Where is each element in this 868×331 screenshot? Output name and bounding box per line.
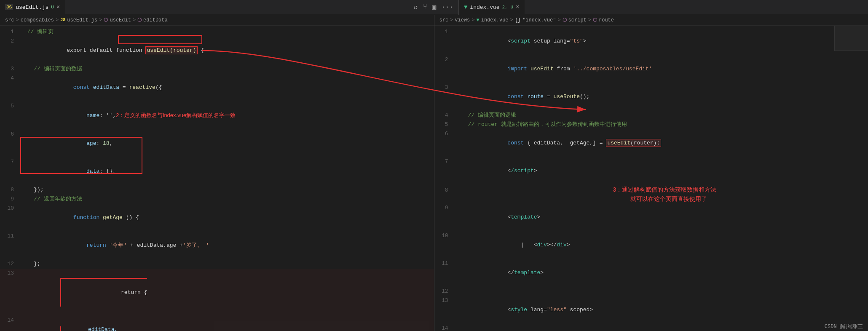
tab-right-indexvue[interactable]: ▼ index.vue 2, U × (459, 0, 525, 15)
bc-curly-r: {} (515, 17, 521, 23)
r-code-line-4: 4 // 编辑页面的逻辑 (434, 111, 868, 120)
bottom-watermark: CSDN @前端张三 (820, 322, 868, 331)
bc-views: views (455, 17, 470, 23)
bc-bracket-icon-r: ⬡ (563, 17, 567, 23)
r-code-line-13: 13 <style lang="less" scoped> (434, 296, 868, 324)
bc-vue-icon-r: ▼ (477, 17, 480, 23)
breadcrumb-right: src > views > ▼ index.vue > {} "index.vu… (434, 15, 868, 26)
branch-icon[interactable]: ⑂ (423, 3, 427, 11)
tab-actions: ↺ ⑂ ▣ ··· (409, 3, 458, 11)
code-line-13: 13 return { (0, 269, 434, 316)
code-line-7: 7 data: {}, (0, 157, 434, 185)
r-code-line-14: 14 </style> (434, 324, 868, 331)
bc-useEdit: useEdit (110, 17, 131, 23)
r-code-line-2: 2 import useEdit from '../composables/us… (434, 55, 868, 83)
r-code-line-8: 8 3：通过解构赋值的方法获取数据和方法 就可以在这个页面直接使用了 (434, 185, 868, 203)
code-line-8: 8 }); (0, 185, 434, 195)
code-line-1: 1 // 编辑页 (0, 27, 434, 37)
annotation3-line2: 就可以在这个页面直接使用了 (616, 194, 707, 203)
bc-route-r: route (599, 17, 614, 23)
bc-composables: composables (21, 17, 54, 23)
code-line-12: 12 }; (0, 259, 434, 269)
tab-right-filename: index.vue (470, 4, 499, 11)
editor-pane-right: src > views > ▼ index.vue > {} "index.vu… (434, 15, 868, 331)
bc-bracket-icon: ⬡ (104, 17, 108, 23)
code-line-14: 14 editData, (0, 316, 434, 331)
code-line-11: 11 return '今年' + editData.age +'岁了。 ' (0, 232, 434, 259)
bc-src: src (5, 17, 14, 23)
r-code-line-9: 9 <template> (434, 203, 868, 231)
annotation3-line1: 3：通过解构赋值的方法获取数据和方法 (606, 185, 716, 194)
layout-icon[interactable]: ▣ (432, 3, 437, 11)
code-line-2: 2 export default function useEdit(router… (0, 37, 434, 64)
r-code-line-11: 11 </template> (434, 259, 868, 287)
tab-left-close[interactable]: × (56, 4, 60, 11)
r-code-line-12: 12 (434, 287, 868, 296)
history-icon[interactable]: ↺ (414, 3, 418, 11)
more-icon[interactable]: ··· (441, 3, 453, 11)
code-area-right[interactable]: 1 <script setup lang="ts"> 2 import useE… (434, 26, 868, 331)
breadcrumb-left: src > composables > JS useEdit.js > ⬡ us… (0, 15, 434, 26)
editor-split: src > composables > JS useEdit.js > ⬡ us… (0, 15, 868, 331)
bc-editData: editData (143, 17, 168, 23)
tab-right-close[interactable]: × (516, 4, 519, 11)
tab-left-useEdit[interactable]: JS useEdit.js U × (0, 0, 65, 15)
tab-left-badge: U (51, 5, 54, 10)
r-code-line-5: 5 // router 就是跳转路由的，可以作为参数传到函数中进行使用 (434, 120, 868, 129)
r-code-line-6: 6 const { editData, getAge,} = useEdit(r… (434, 129, 868, 157)
bc-script-r: script (568, 17, 587, 23)
editor-container: JS useEdit.js U × ↺ ⑂ ▣ ··· ▼ index.vue … (0, 0, 868, 331)
minimap-thumbnail (834, 26, 868, 51)
bc-route-icon-r: ⬡ (593, 17, 597, 23)
r-code-line-7: 7 </script> (434, 157, 868, 185)
annotation2-text: 2：定义的函数名与index.vue解构赋值的名字一致 (116, 112, 236, 118)
tab-right-badge: 2, U (502, 5, 513, 10)
r-code-line-3: 3 const route = useRoute(); (434, 83, 868, 111)
bc-js-icon: JS (60, 18, 65, 22)
code-line-3: 3 // 编辑页面的数据 (0, 64, 434, 74)
r-code-line-1: 1 <script setup lang="ts"> (434, 27, 868, 55)
tab-left-filename: useEdit.js (16, 4, 48, 11)
r-code-line-10: 10 | <div></div> (434, 231, 868, 259)
vue-icon: ▼ (464, 4, 467, 11)
bc-index-vue: index.vue (481, 17, 509, 23)
code-line-10: 10 function getAge () { (0, 204, 434, 232)
bc-useEdit-js: useEdit.js (67, 17, 97, 23)
editor-pane-left: src > composables > JS useEdit.js > ⬡ us… (0, 15, 434, 331)
bc-src-r: src (439, 17, 449, 23)
bc-index-vue-q: "index.vue" (522, 17, 556, 23)
js-icon: JS (5, 4, 13, 10)
code-line-4: 4 const editData = reactive({ (0, 74, 434, 101)
code-line-6: 6 age: 18, (0, 130, 434, 157)
code-line-9: 9 // 返回年龄的方法 (0, 195, 434, 204)
bc-editData-icon: ⬡ (137, 17, 142, 23)
code-line-5: 5 name: '',2：定义的函数名与index.vue解构赋值的名字一致 (0, 101, 434, 130)
code-area-left[interactable]: 1 // 编辑页 2 export default function useEd… (0, 26, 434, 331)
tab-bar: JS useEdit.js U × ↺ ⑂ ▣ ··· ▼ index.vue … (0, 0, 868, 15)
